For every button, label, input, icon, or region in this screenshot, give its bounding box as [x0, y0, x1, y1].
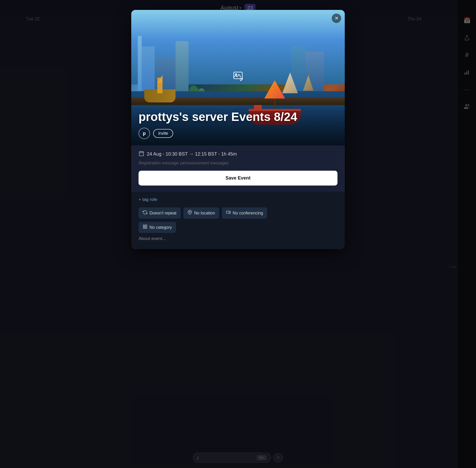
event-registration-text[interactable]: Registration message (announcement messa…	[139, 161, 337, 165]
about-event-link[interactable]: About event...	[139, 236, 337, 241]
invite-button[interactable]: invite	[153, 129, 173, 138]
event-meta-row: p invite	[139, 128, 337, 139]
category-chip[interactable]: No category	[139, 222, 176, 233]
event-title: prottys's server Events 8/24	[139, 110, 337, 124]
close-button[interactable]: ✕	[332, 14, 341, 23]
building-2	[138, 36, 142, 98]
edit-image-icon[interactable]	[232, 71, 244, 85]
category-chip-label: No category	[149, 225, 172, 230]
event-datetime-text: 24 Aug - 10:30 BST → 12:15 BST - 1h 45m	[147, 151, 237, 157]
save-event-button[interactable]: Save Event	[139, 171, 337, 186]
location-chip-label: No location	[194, 211, 215, 215]
organizer-avatar: p	[139, 128, 150, 139]
svg-rect-15	[146, 225, 147, 226]
conferencing-chip[interactable]: No conferencing	[222, 207, 267, 219]
hero-content: prottys's server Events 8/24 p invite	[131, 105, 345, 145]
event-datetime: 24 Aug - 10:30 BST → 12:15 BST - 1h 45m	[139, 151, 337, 158]
flag	[157, 75, 162, 83]
save-area: Save Event	[131, 171, 345, 192]
event-hero-image: prottys's server Events 8/24 p invite ✕	[131, 10, 345, 145]
event-info: 24 Aug - 10:30 BST → 12:15 BST - 1h 45m …	[131, 145, 345, 165]
svg-rect-13	[226, 211, 229, 213]
location-icon	[187, 210, 192, 216]
chips-row-2: No category	[139, 222, 337, 233]
chips-row-1: Doesn't repeat No location	[139, 207, 337, 219]
svg-point-7	[235, 74, 237, 75]
building-4	[176, 41, 189, 98]
svg-point-12	[189, 211, 190, 213]
svg-rect-14	[143, 225, 145, 226]
event-bottom-section: + tag role Doesn't repeat	[131, 192, 345, 249]
svg-rect-16	[143, 227, 145, 229]
tag-role-link[interactable]: + tag role	[139, 197, 337, 202]
conferencing-chip-label: No conferencing	[233, 211, 263, 215]
repeat-chip-label: Doesn't repeat	[149, 211, 177, 215]
calendar-small-icon	[139, 151, 144, 158]
location-chip[interactable]: No location	[183, 207, 219, 219]
conferencing-icon	[226, 210, 231, 216]
repeat-chip[interactable]: Doesn't repeat	[139, 207, 181, 219]
svg-rect-8	[139, 152, 144, 156]
svg-rect-17	[146, 227, 147, 229]
event-info-section: 24 Aug - 10:30 BST → 12:15 BST - 1h 45m …	[131, 145, 345, 192]
category-icon	[143, 224, 147, 230]
event-modal: prottys's server Events 8/24 p invite ✕	[131, 10, 345, 249]
repeat-icon	[143, 210, 147, 216]
